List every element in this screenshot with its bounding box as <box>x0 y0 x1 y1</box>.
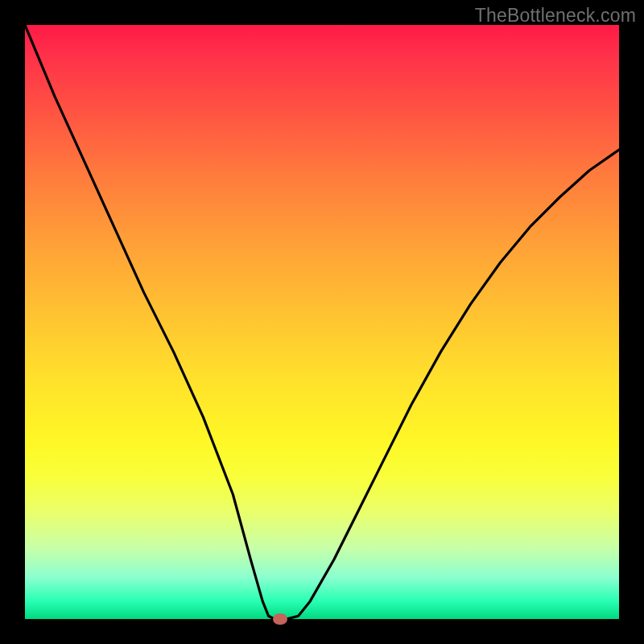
curve-path <box>25 25 619 619</box>
chart-frame: TheBottleneck.com <box>0 0 644 644</box>
minimum-marker-dot <box>273 613 287 625</box>
watermark-text: TheBottleneck.com <box>475 5 636 27</box>
plot-area <box>25 25 619 619</box>
bottleneck-curve <box>25 25 619 619</box>
